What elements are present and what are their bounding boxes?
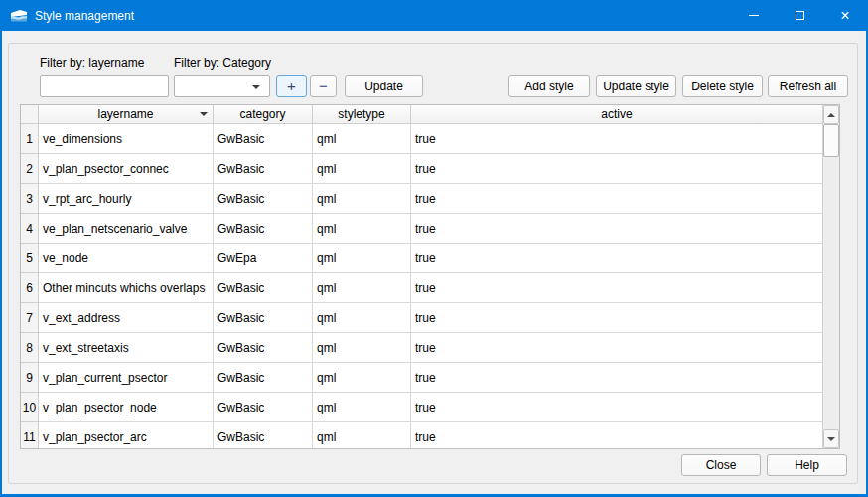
layername-filter-input[interactable]: [40, 75, 169, 97]
cell-styletype[interactable]: qml: [313, 214, 411, 244]
cell-layername[interactable]: v_ext_streetaxis: [39, 333, 214, 363]
cell-layername[interactable]: Other mincuts whichs overlaps: [39, 273, 214, 303]
table-row[interactable]: 9v_plan_current_psectorGwBasicqmltrue: [21, 363, 822, 393]
cell-layername[interactable]: v_plan_current_psector: [39, 363, 214, 393]
close-window-button[interactable]: ×: [822, 0, 868, 31]
cell-active[interactable]: true: [411, 184, 822, 214]
cell-styletype[interactable]: qml: [313, 303, 411, 333]
cell-layername[interactable]: ve_plan_netscenario_valve: [39, 214, 214, 244]
cell-category[interactable]: GwBasic: [214, 273, 313, 303]
cell-styletype[interactable]: qml: [313, 333, 411, 363]
cell-styletype[interactable]: qml: [313, 154, 411, 184]
cell-category[interactable]: GwBasic: [214, 363, 313, 393]
row-number-cell[interactable]: 1: [21, 124, 39, 154]
table-row[interactable]: 7v_ext_addressGwBasicqmltrue: [21, 303, 822, 333]
scroll-down-button[interactable]: [823, 429, 839, 448]
cell-active[interactable]: true: [411, 422, 822, 448]
cell-layername[interactable]: v_rpt_arc_hourly: [39, 184, 214, 214]
cell-styletype[interactable]: qml: [313, 273, 411, 303]
minimize-button[interactable]: [731, 0, 777, 31]
cell-styletype[interactable]: qml: [313, 244, 411, 273]
cell-active[interactable]: true: [411, 303, 822, 333]
cell-styletype[interactable]: qml: [313, 393, 411, 422]
close-button[interactable]: Close: [681, 454, 761, 476]
cell-layername[interactable]: ve_node: [39, 244, 214, 273]
table-row[interactable]: 8v_ext_streetaxisGwBasicqmltrue: [21, 333, 822, 363]
delete-style-button[interactable]: Delete style: [682, 75, 763, 97]
table-row[interactable]: 1ve_dimensionsGwBasicqmltrue: [21, 124, 822, 154]
table-row[interactable]: 6Other mincuts whichs overlapsGwBasicqml…: [21, 273, 822, 303]
cell-category[interactable]: GwBasic: [214, 422, 313, 448]
cell-layername[interactable]: v_ext_address: [39, 303, 214, 333]
titlebar[interactable]: Style management ×: [0, 0, 868, 31]
cell-category[interactable]: GwBasic: [214, 124, 313, 154]
window-controls: ×: [731, 0, 868, 31]
row-number-cell[interactable]: 10: [21, 393, 39, 422]
add-style-button[interactable]: Add style: [508, 75, 590, 97]
table-row[interactable]: 2v_plan_psector_connecGwBasicqmltrue: [21, 154, 822, 184]
column-header-category[interactable]: category: [214, 105, 313, 124]
scrollbar-track[interactable]: [823, 124, 839, 429]
add-row-button[interactable]: +: [276, 75, 307, 97]
column-header-active[interactable]: active: [411, 105, 822, 124]
cell-active[interactable]: true: [411, 154, 822, 184]
cell-styletype[interactable]: qml: [313, 184, 411, 214]
cell-active[interactable]: true: [411, 244, 822, 273]
cell-layername[interactable]: v_plan_psector_connec: [39, 154, 214, 184]
cell-styletype[interactable]: qml: [313, 124, 411, 154]
vertical-scrollbar[interactable]: [822, 105, 839, 448]
help-button[interactable]: Help: [767, 454, 847, 476]
cell-active[interactable]: true: [411, 393, 822, 422]
table-row[interactable]: 10v_plan_psector_nodeGwBasicqmltrue: [21, 393, 822, 422]
column-header-styletype[interactable]: styletype: [313, 105, 411, 124]
scroll-up-icon: [827, 113, 835, 117]
cell-category[interactable]: GwBasic: [214, 184, 313, 214]
update-style-button[interactable]: Update style: [596, 75, 676, 97]
row-number-cell[interactable]: 11: [21, 422, 39, 448]
category-filter-label: Filter by: Category: [174, 56, 271, 70]
row-number-cell[interactable]: 2: [21, 154, 39, 184]
cell-active[interactable]: true: [411, 363, 822, 393]
layername-filter-label: Filter by: layername: [40, 56, 144, 70]
row-number-cell[interactable]: 4: [21, 214, 39, 244]
maximize-button[interactable]: [777, 0, 822, 31]
cell-layername[interactable]: v_plan_psector_arc: [39, 422, 214, 448]
styles-table-grid: layername category styletype active 1ve_…: [21, 105, 822, 448]
cell-styletype[interactable]: qml: [313, 422, 411, 448]
cell-layername[interactable]: v_plan_psector_node: [39, 393, 214, 422]
cell-active[interactable]: true: [411, 214, 822, 244]
category-filter-combobox[interactable]: [174, 75, 270, 97]
table-row[interactable]: 3v_rpt_arc_hourlyGwBasicqmltrue: [21, 184, 822, 214]
row-number-cell[interactable]: 3: [21, 184, 39, 214]
row-number-cell[interactable]: 9: [21, 363, 39, 393]
table-row[interactable]: 5ve_nodeGwEpaqmltrue: [21, 244, 822, 273]
row-number-cell[interactable]: 6: [21, 273, 39, 303]
table-row[interactable]: 11v_plan_psector_arcGwBasicqmltrue: [21, 422, 822, 448]
cell-active[interactable]: true: [411, 333, 822, 363]
cell-category[interactable]: GwBasic: [214, 393, 313, 422]
cell-category[interactable]: GwBasic: [214, 154, 313, 184]
refresh-all-button[interactable]: Refresh all: [768, 75, 848, 97]
table-header-row: layername category styletype active: [21, 105, 822, 124]
row-number-cell[interactable]: 5: [21, 244, 39, 273]
row-number-cell[interactable]: 7: [21, 303, 39, 333]
cell-active[interactable]: true: [411, 124, 822, 154]
table-body: 1ve_dimensionsGwBasicqmltrue2v_plan_psec…: [21, 124, 822, 448]
sort-arrow-icon[interactable]: [200, 112, 208, 116]
remove-row-button[interactable]: −: [310, 75, 337, 97]
column-header-layername[interactable]: layername: [39, 105, 214, 124]
cell-category[interactable]: GwBasic: [214, 333, 313, 363]
row-number-cell[interactable]: 8: [21, 333, 39, 363]
update-button[interactable]: Update: [345, 75, 423, 97]
table-row[interactable]: 4ve_plan_netscenario_valveGwBasicqmltrue: [21, 214, 822, 244]
cell-styletype[interactable]: qml: [313, 363, 411, 393]
cell-category[interactable]: GwEpa: [214, 244, 313, 273]
scroll-up-button[interactable]: [823, 105, 839, 124]
cell-active[interactable]: true: [411, 273, 822, 303]
scrollbar-thumb[interactable]: [823, 124, 839, 157]
cell-category[interactable]: GwBasic: [214, 303, 313, 333]
cell-category[interactable]: GwBasic: [214, 214, 313, 244]
scroll-down-icon: [827, 437, 835, 441]
cell-layername[interactable]: ve_dimensions: [39, 124, 214, 154]
corner-header-cell: [21, 105, 39, 124]
